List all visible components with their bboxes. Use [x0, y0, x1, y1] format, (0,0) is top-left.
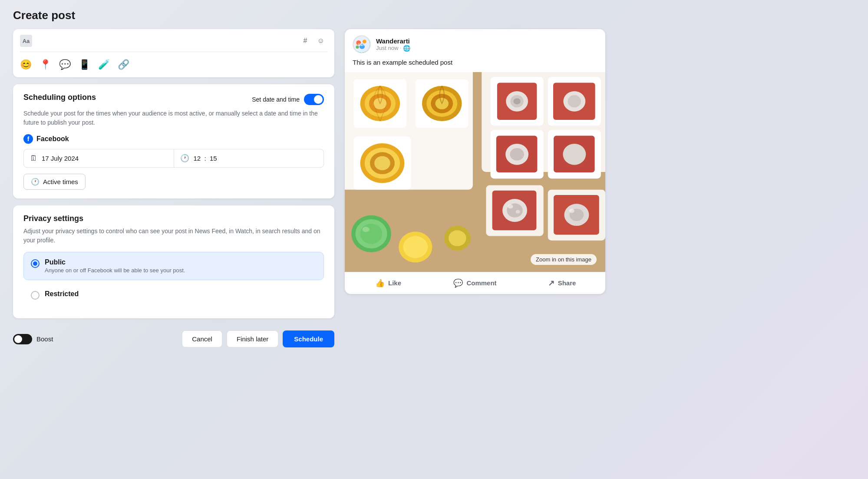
privacy-restricted-title: Restricted: [45, 290, 317, 298]
privacy-card: Privacy settings Adjust your privacy set…: [13, 205, 334, 318]
date-time-toggle[interactable]: [304, 94, 324, 105]
platform-name: Facebook: [36, 135, 69, 143]
svg-point-22: [374, 156, 390, 170]
boost-slider: [13, 334, 32, 344]
boost-label: Boost: [36, 335, 53, 343]
comment-button[interactable]: 💬 Comment: [432, 274, 518, 292]
preview-post-text: This is an example scheduled post: [345, 58, 605, 72]
finish-later-button[interactable]: Finish later: [227, 330, 278, 347]
bottom-bar: Boost Cancel Finish later Schedule: [13, 325, 334, 349]
preview-image: Zoom in on this image: [345, 72, 605, 272]
bottom-actions: Cancel Finish later Schedule: [182, 330, 334, 347]
share-icon: ↗: [548, 278, 554, 288]
privacy-public-title: Public: [45, 258, 317, 266]
preview-user-info: Wanderarti Just now · 🌐: [376, 37, 597, 52]
like-icon: 👍: [375, 278, 385, 288]
location-toolbar-icon[interactable]: 📍: [40, 59, 51, 70]
svg-point-28: [513, 98, 520, 104]
privacy-public-text: Public Anyone on or off Facebook will be…: [45, 258, 317, 274]
scheduling-header: Scheduling options Set date and time: [23, 93, 324, 106]
hashtag-button[interactable]: #: [299, 34, 312, 47]
flask-toolbar-icon[interactable]: 🧪: [98, 59, 110, 70]
svg-point-39: [563, 143, 586, 165]
toggle-slider: [304, 94, 324, 105]
active-times-button[interactable]: 🕐 Active times: [23, 174, 86, 190]
svg-text:WA: WA: [358, 42, 365, 47]
preview-panel: WA Wanderarti Just now · 🌐 This is an ex…: [345, 29, 605, 294]
scheduling-card: Scheduling options Set date and time Sch…: [13, 84, 334, 198]
text-input-row: Aa # ☺: [20, 34, 327, 52]
preview-time: Just now: [376, 45, 398, 51]
time-value: 12 : 15: [194, 155, 217, 162]
comment-label: Comment: [466, 279, 496, 287]
privacy-option-public[interactable]: Public Anyone on or off Facebook will be…: [23, 252, 324, 280]
like-button[interactable]: 👍 Like: [345, 274, 432, 292]
page-title: Create post: [13, 9, 855, 22]
privacy-restricted-text: Restricted: [45, 290, 317, 298]
time-field[interactable]: 🕐 12 : 15: [174, 149, 324, 167]
svg-point-58: [569, 208, 574, 213]
text-format-icon: Aa: [20, 35, 32, 47]
text-input-card: Aa # ☺ 😊 📍 💬 📱 🧪 🔗: [13, 29, 334, 77]
radio-public: [31, 259, 40, 268]
share-button[interactable]: ↗ Share: [518, 274, 605, 292]
scheduling-desc: Schedule your post for the times when yo…: [23, 109, 324, 127]
scheduling-title: Scheduling options: [23, 93, 96, 102]
preview-actions: 👍 Like 💬 Comment ↗ Share: [345, 272, 605, 294]
cancel-button[interactable]: Cancel: [182, 330, 222, 347]
preview-username: Wanderarti: [376, 37, 597, 45]
svg-point-36: [510, 148, 524, 160]
whatsapp-toolbar-icon[interactable]: 📱: [79, 59, 90, 70]
date-value: 17 July 2024: [42, 155, 79, 162]
text-actions: # ☺: [299, 34, 327, 47]
svg-point-32: [568, 95, 581, 107]
radio-restricted: [31, 291, 40, 300]
active-times-label: Active times: [43, 178, 78, 185]
facebook-icon: f: [23, 134, 33, 144]
svg-point-53: [516, 210, 520, 213]
active-times-icon: 🕐: [31, 178, 40, 186]
link-toolbar-icon[interactable]: 🔗: [118, 59, 129, 70]
boost-toggle-row: Boost: [13, 334, 53, 344]
text-input-placeholder[interactable]: Aa: [20, 35, 299, 47]
emoji-picker-button[interactable]: ☺: [314, 34, 327, 47]
set-date-toggle-row: Set date and time: [252, 94, 324, 105]
svg-point-52: [508, 204, 513, 208]
privacy-desc: Adjust your privacy settings to control …: [23, 227, 324, 245]
privacy-option-restricted[interactable]: Restricted: [23, 284, 324, 306]
zoom-tooltip[interactable]: Zoom in on this image: [531, 254, 597, 265]
svg-point-45: [403, 236, 428, 258]
share-label: Share: [558, 279, 576, 287]
left-panel: Aa # ☺ 😊 📍 💬 📱 🧪 🔗 Scheduling options: [13, 29, 334, 349]
schedule-button[interactable]: Schedule: [283, 330, 334, 347]
privacy-title: Privacy settings: [23, 214, 324, 223]
set-date-label: Set date and time: [252, 96, 300, 103]
globe-icon: 🌐: [403, 45, 410, 52]
comment-icon: 💬: [453, 278, 463, 288]
preview-meta: Just now · 🌐: [376, 45, 597, 52]
emoji-toolbar-icon[interactable]: 😊: [20, 59, 32, 70]
date-field[interactable]: 🗓 17 July 2024: [24, 149, 174, 167]
calendar-icon: 🗓: [30, 154, 37, 163]
messenger-toolbar-icon[interactable]: 💬: [59, 59, 71, 70]
svg-point-47: [449, 230, 466, 246]
privacy-public-desc: Anyone on or off Facebook will be able t…: [45, 267, 317, 274]
svg-point-42: [360, 223, 383, 244]
preview-header: WA Wanderarti Just now · 🌐: [345, 29, 605, 58]
svg-point-43: [363, 227, 370, 232]
platform-row: f Facebook: [23, 134, 324, 144]
avatar: WA: [353, 35, 371, 53]
meta-dot: ·: [400, 46, 401, 50]
clock-icon: 🕐: [180, 154, 189, 163]
like-label: Like: [388, 279, 401, 287]
date-time-row: 🗓 17 July 2024 🕐 12 : 15: [23, 149, 324, 168]
boost-toggle-switch[interactable]: [13, 334, 32, 344]
toolbar-icons-row: 😊 📍 💬 📱 🧪 🔗: [20, 57, 327, 72]
